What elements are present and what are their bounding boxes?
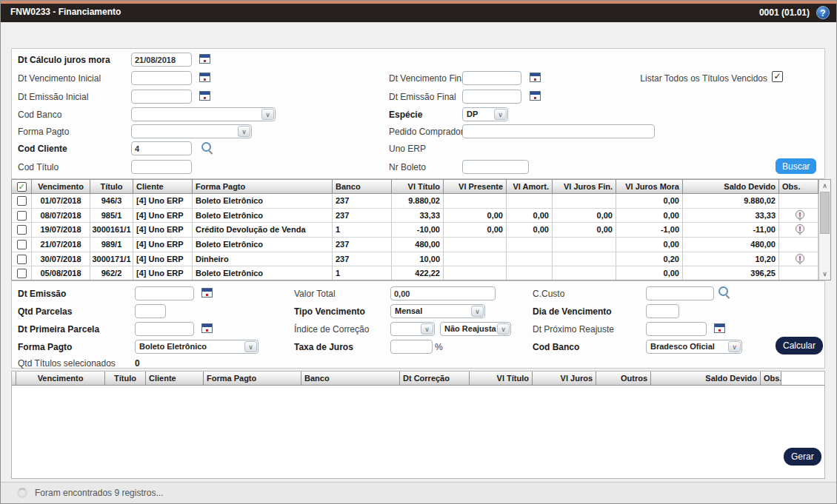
row-checkbox[interactable]	[17, 269, 27, 278]
c-custo-input[interactable]	[646, 286, 714, 300]
calendar-icon[interactable]	[530, 91, 541, 101]
row-checkbox[interactable]	[17, 225, 27, 235]
row-select-cell[interactable]	[12, 238, 32, 252]
dt-venc-fim-input[interactable]	[462, 71, 521, 85]
cell-vl-juros-fin: 0,00	[553, 223, 616, 238]
cod-titulo-input[interactable]	[131, 160, 192, 174]
table-row[interactable]: 01/07/2018946/3[4] Uno ERPBoleto Eletrôn…	[12, 194, 830, 209]
calendar-icon[interactable]	[530, 73, 541, 82]
header-vl-presente[interactable]: Vl Presente	[444, 180, 507, 194]
pedido-comprador-input[interactable]	[462, 124, 655, 138]
header-cliente[interactable]: Cliente	[133, 180, 193, 194]
header-forma-pagto[interactable]: Forma Pagto	[193, 180, 333, 194]
header2-titulo[interactable]: Título	[105, 372, 146, 386]
obs-warning-icon[interactable]: !	[794, 209, 806, 222]
row-checkbox[interactable]	[17, 196, 27, 206]
header2-vl-titulo[interactable]: Vl Título	[470, 372, 533, 386]
tipo-vencimento-select[interactable]: Mensal ∨	[390, 304, 485, 318]
row-select-cell[interactable]	[12, 194, 32, 209]
taxa-juros-input[interactable]	[390, 340, 433, 354]
calendar-icon[interactable]	[714, 323, 725, 333]
header-vl-titulo[interactable]: Vl Título	[392, 180, 444, 194]
header-vencimento[interactable]: Vencimento	[32, 180, 90, 194]
table-row[interactable]: 05/08/2018962/2[4] Uno ERPBoleto Eletrôn…	[12, 266, 830, 280]
scroll-up-icon[interactable]: ∧	[819, 181, 830, 191]
header-vl-juros-mora[interactable]: Vl Juros Mora	[616, 180, 683, 194]
cell-titulo: 985/1	[90, 209, 133, 224]
dt-primeira-parcela-input[interactable]	[135, 322, 194, 336]
cell-titulo: 962/2	[90, 266, 133, 280]
search-icon[interactable]	[201, 141, 213, 154]
row-select-cell[interactable]	[12, 223, 32, 238]
calendar-icon[interactable]	[201, 288, 213, 298]
forma-pagto2-select[interactable]: Boleto Eletrônico ∨	[135, 340, 259, 354]
cell-cliente: [4] Uno ERP	[133, 209, 193, 224]
header2-vl-juros[interactable]: Vl Juros	[533, 372, 596, 386]
table-row[interactable]: 08/07/2018985/1[4] Uno ERPBoleto Eletrôn…	[12, 209, 830, 224]
dt-proximo-reajuste-input[interactable]	[646, 322, 707, 336]
reajuste-select[interactable]: Não Reajusta ∨	[440, 322, 511, 336]
calendar-icon[interactable]	[199, 73, 210, 82]
cod-banco2-select[interactable]: Bradesco Oficial ∨	[646, 340, 742, 354]
header-titulo[interactable]: Título	[90, 180, 133, 194]
calendar-icon[interactable]	[199, 54, 210, 64]
header2-obs[interactable]: Obs.	[761, 372, 781, 386]
svg-text:!: !	[799, 211, 801, 218]
gerar-button[interactable]: Gerar	[784, 448, 821, 466]
calendar-icon[interactable]	[201, 323, 213, 333]
vertical-scrollbar[interactable]: ∧ ∨	[818, 180, 830, 280]
row-checkbox[interactable]	[17, 211, 27, 221]
forma-pagto-select[interactable]: ∨	[131, 124, 252, 138]
header2-banco[interactable]: Banco	[301, 372, 400, 386]
obs-warning-icon[interactable]: !	[794, 253, 806, 266]
results-grid-header: ✓VencimentoTítuloClienteForma PagtoBanco…	[12, 180, 830, 194]
cell-forma-pagto: Boleto Eletrônico	[193, 266, 333, 280]
dt-emissao-fim-input[interactable]	[462, 90, 521, 104]
select-all-checkbox[interactable]: ✓	[17, 182, 27, 192]
row-checkbox[interactable]	[17, 255, 27, 264]
row-select-cell[interactable]	[12, 266, 32, 280]
dt-venc-ini-input[interactable]	[131, 71, 192, 85]
indice-correcao-select[interactable]: ∨	[390, 322, 435, 336]
dt-calculo-input[interactable]	[131, 53, 192, 67]
qtd-parcelas-input[interactable]	[135, 304, 166, 318]
calendar-icon[interactable]	[199, 91, 210, 101]
header-vl-juros-fin[interactable]: Vl Juros Fin.	[553, 180, 616, 194]
dia-vencimento-input[interactable]	[646, 304, 679, 318]
row-select-cell[interactable]	[12, 252, 32, 267]
scroll-down-icon[interactable]: ∨	[819, 269, 830, 279]
valor-total-input[interactable]	[390, 286, 496, 300]
table-row[interactable]: 21/07/2018989/1[4] Uno ERPBoleto Eletrôn…	[12, 238, 830, 252]
cell-vl-juros-mora: 0,20	[616, 252, 683, 267]
table-row[interactable]: 30/07/20183000171/1[4] Uno ERPDinheiro23…	[12, 252, 830, 267]
buscar-button[interactable]: Buscar	[776, 158, 816, 174]
header2-outros[interactable]: Outros	[596, 372, 651, 386]
table-row[interactable]: 19/07/20183000161/1[4] Uno ERPCrédito De…	[12, 223, 830, 238]
cell-vl-presente: 0,00	[444, 209, 507, 224]
header-saldo-devido[interactable]: Saldo Devido	[683, 180, 779, 194]
cod-banco-select[interactable]: ∨	[131, 107, 276, 121]
header2-vencimento[interactable]: Vencimento	[16, 372, 105, 386]
nr-boleto-input[interactable]	[462, 160, 529, 174]
scrollbar-thumb[interactable]	[820, 192, 830, 234]
listar-vencidos-checkbox[interactable]: ✓	[772, 71, 783, 82]
header-obs[interactable]: Obs.	[779, 180, 818, 194]
select-all-header[interactable]: ✓	[12, 180, 32, 194]
header-banco[interactable]: Banco	[333, 180, 392, 194]
cod-cliente-input[interactable]	[131, 141, 192, 155]
dt-emissao-ini-input[interactable]	[131, 90, 192, 104]
calcular-button[interactable]: Calcular	[776, 337, 823, 355]
especie-select[interactable]: DP ∨	[462, 107, 508, 121]
header2-saldo-devido[interactable]: Saldo Devido	[651, 372, 761, 386]
dt-emissao-input[interactable]	[135, 286, 194, 300]
tipo-vencimento-label: Tipo Vencimento	[294, 306, 365, 317]
header2-forma-pagto[interactable]: Forma Pagto	[204, 372, 301, 386]
help-icon[interactable]: ?	[816, 6, 830, 19]
obs-warning-icon[interactable]: !	[794, 224, 806, 236]
header-vl-amort[interactable]: Vl Amort.	[507, 180, 553, 194]
row-checkbox[interactable]	[17, 240, 27, 249]
search-icon[interactable]	[718, 286, 730, 298]
header2-dt-correcao[interactable]: Dt Correção	[400, 372, 470, 386]
header2-cliente[interactable]: Cliente	[146, 372, 204, 386]
row-select-cell[interactable]	[12, 209, 32, 224]
